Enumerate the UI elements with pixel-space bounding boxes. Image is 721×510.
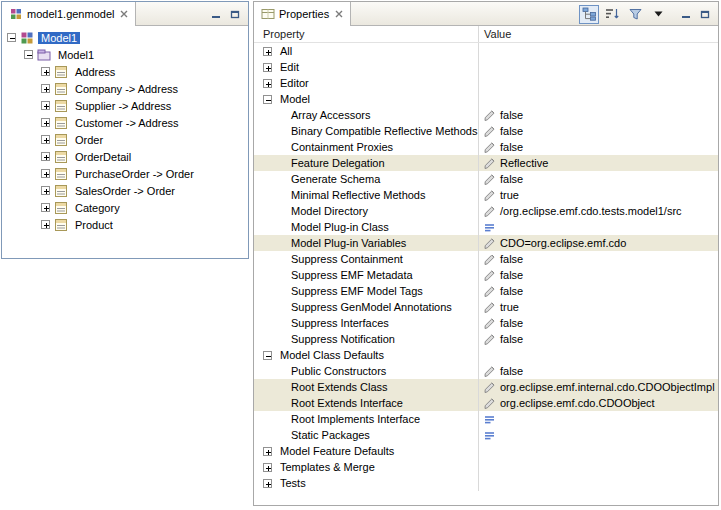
maximize-button[interactable] (227, 7, 243, 22)
property-value-cell[interactable]: CDO=org.eclipse.emf.cdo (478, 235, 718, 251)
expand-icon[interactable] (41, 203, 50, 212)
property-row[interactable]: Minimal Reflective Methodstrue (254, 187, 718, 203)
tree-item-label[interactable]: SalesOrder -> Order (72, 185, 178, 197)
expand-icon[interactable] (263, 463, 272, 472)
property-row[interactable]: Root Extends Classorg.eclipse.emf.intern… (254, 379, 718, 395)
tree-mode-icon[interactable] (579, 5, 599, 24)
property-row[interactable]: Model Directory/org.eclipse.emf.cdo.test… (254, 203, 718, 219)
tree-item[interactable]: Model1 (2, 46, 248, 63)
tree-item-label[interactable]: Company -> Address (72, 83, 181, 95)
property-value-cell[interactable]: false (478, 363, 718, 379)
tree-item-label[interactable]: Address (72, 66, 118, 78)
property-row[interactable]: Suppress EMF Metadatafalse (254, 267, 718, 283)
property-value-cell[interactable] (478, 459, 718, 475)
tree-item[interactable]: SalesOrder -> Order (2, 182, 248, 199)
property-row[interactable]: Binary Compatible Reflective Methodsfals… (254, 123, 718, 139)
tree-item[interactable]: OrderDetail (2, 148, 248, 165)
tree-item-label[interactable]: Model1 (38, 32, 80, 44)
tree-item[interactable]: Supplier -> Address (2, 97, 248, 114)
property-value-cell[interactable] (478, 347, 718, 363)
property-value-cell[interactable] (478, 475, 718, 491)
property-value-cell[interactable]: Reflective (478, 155, 718, 171)
property-row[interactable]: Model Plug-in VariablesCDO=org.eclipse.e… (254, 235, 718, 251)
expand-icon[interactable] (41, 169, 50, 178)
property-value-cell[interactable]: false (478, 251, 718, 267)
property-value-cell[interactable]: false (478, 315, 718, 331)
property-row[interactable]: Static Packages (254, 427, 718, 443)
expand-icon[interactable] (41, 118, 50, 127)
column-header-value[interactable]: Value (478, 26, 718, 42)
property-row[interactable]: Suppress EMF Model Tagsfalse (254, 283, 718, 299)
tree-item[interactable]: PurchaseOrder -> Order (2, 165, 248, 182)
property-row[interactable]: Containment Proxiesfalse (254, 139, 718, 155)
property-value-cell[interactable] (478, 443, 718, 459)
property-category-row[interactable]: Tests (254, 475, 718, 491)
property-row[interactable]: Suppress Containmentfalse (254, 251, 718, 267)
tree-item-label[interactable]: Model1 (55, 49, 97, 61)
close-icon[interactable] (335, 10, 343, 18)
property-row[interactable]: Root Extends Interfaceorg.eclipse.emf.cd… (254, 395, 718, 411)
property-row[interactable]: Feature DelegationReflective (254, 155, 718, 171)
tab-properties[interactable]: Properties (254, 2, 351, 26)
property-value-cell[interactable] (478, 75, 718, 91)
property-value-cell[interactable]: org.eclipse.emf.cdo.CDOObject (478, 395, 718, 411)
property-category-row[interactable]: Model Feature Defaults (254, 443, 718, 459)
property-category-row[interactable]: Templates & Merge (254, 459, 718, 475)
close-icon[interactable] (120, 10, 128, 18)
expand-icon[interactable] (263, 47, 272, 56)
expand-icon[interactable] (263, 79, 272, 88)
property-value-cell[interactable] (478, 219, 718, 235)
view-menu-icon[interactable] (648, 5, 668, 24)
property-value-cell[interactable]: /org.eclipse.emf.cdo.tests.model1/src (478, 203, 718, 219)
show-advanced-properties-icon[interactable] (625, 5, 645, 24)
property-value-cell[interactable]: false (478, 283, 718, 299)
minimize-button[interactable] (208, 7, 224, 22)
tree-item[interactable]: Address (2, 63, 248, 80)
tree-item-label[interactable]: Category (72, 202, 123, 214)
property-value-cell[interactable] (478, 59, 718, 75)
property-value-cell[interactable]: false (478, 107, 718, 123)
property-row[interactable]: Root Implements Interface (254, 411, 718, 427)
column-header-property[interactable]: Property (254, 26, 478, 42)
property-row[interactable]: Suppress Interfacesfalse (254, 315, 718, 331)
collapse-icon[interactable] (263, 351, 272, 360)
property-row[interactable]: Public Constructorsfalse (254, 363, 718, 379)
property-value-cell[interactable] (478, 411, 718, 427)
property-value-cell[interactable] (478, 427, 718, 443)
tree-item[interactable]: Customer -> Address (2, 114, 248, 131)
tree-item[interactable]: Company -> Address (2, 80, 248, 97)
minimize-button[interactable] (678, 7, 694, 22)
expand-icon[interactable] (41, 101, 50, 110)
property-category-row[interactable]: All (254, 43, 718, 59)
expand-icon[interactable] (41, 135, 50, 144)
property-value-cell[interactable]: false (478, 123, 718, 139)
collapse-icon[interactable] (7, 33, 16, 42)
expand-icon[interactable] (41, 67, 50, 76)
property-value-cell[interactable]: false (478, 267, 718, 283)
property-row[interactable]: Generate Schemafalse (254, 171, 718, 187)
property-value-cell[interactable]: org.eclipse.emf.internal.cdo.CDOObjectIm… (478, 379, 718, 395)
property-value-cell[interactable]: true (478, 299, 718, 315)
expand-icon[interactable] (263, 63, 272, 72)
tree-item[interactable]: Category (2, 199, 248, 216)
property-category-row[interactable]: Model Class Defaults (254, 347, 718, 363)
tree-item-label[interactable]: Product (72, 219, 116, 231)
property-row[interactable]: Suppress Notificationfalse (254, 331, 718, 347)
property-row[interactable]: Model Plug-in Class (254, 219, 718, 235)
property-value-cell[interactable] (478, 91, 718, 107)
tree-item-label[interactable]: Order (72, 134, 106, 146)
tree-item[interactable]: Order (2, 131, 248, 148)
expand-icon[interactable] (41, 84, 50, 93)
maximize-button[interactable] (697, 7, 713, 22)
property-row[interactable]: Suppress GenModel Annotationstrue (254, 299, 718, 315)
expand-icon[interactable] (263, 479, 272, 488)
property-category-row[interactable]: Model (254, 91, 718, 107)
collapse-icon[interactable] (263, 95, 272, 104)
property-category-row[interactable]: Editor (254, 75, 718, 91)
tree-item-label[interactable]: Supplier -> Address (72, 100, 174, 112)
tree-item-label[interactable]: Customer -> Address (72, 117, 182, 129)
expand-icon[interactable] (263, 447, 272, 456)
property-value-cell[interactable]: true (478, 187, 718, 203)
tree-item-label[interactable]: OrderDetail (72, 151, 134, 163)
property-row[interactable]: Array Accessorsfalse (254, 107, 718, 123)
